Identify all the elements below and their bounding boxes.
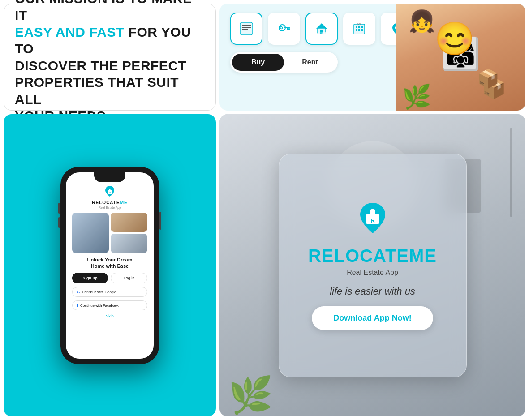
key-icon xyxy=(276,21,292,37)
svg-rect-2 xyxy=(242,27,251,28)
svg-rect-7 xyxy=(287,28,288,30)
phone-img-building xyxy=(72,213,109,253)
buy-rent-toggle[interactable]: Buy Rent xyxy=(230,52,338,73)
phone-app-name-highlight: ME xyxy=(120,200,128,205)
phone-notch xyxy=(94,172,125,182)
phone-property-images xyxy=(72,213,147,253)
plant-decoration: 🌿 xyxy=(228,374,273,416)
phone-app-name: RELOCATEME xyxy=(92,200,127,205)
key-icon-box[interactable] xyxy=(268,13,300,45)
phone-auth-row: Sign up Log in xyxy=(72,273,147,283)
family-emoji: 😊 xyxy=(434,20,475,58)
phone-logo-area: R RELOCATEME Real Estate App xyxy=(92,185,127,209)
phone-google-button[interactable]: G Continue with Google xyxy=(72,287,147,297)
svg-rect-15 xyxy=(358,26,360,28)
phone-login-button[interactable]: Log in xyxy=(111,273,147,283)
glass-card-subtitle: Real Estate App xyxy=(347,269,398,277)
svg-rect-19 xyxy=(361,29,363,31)
svg-point-8 xyxy=(280,27,283,29)
house-sale-icon-box[interactable]: FOR SALE xyxy=(305,13,338,45)
highlight-text: EASY AND FAST xyxy=(15,25,125,39)
rent-button[interactable]: Rent xyxy=(284,54,336,71)
svg-text:SOL: SOL xyxy=(357,23,361,26)
glass-card-tagline: life is easier with us xyxy=(330,286,415,297)
phone-app-sub: Real Estate App xyxy=(99,206,121,209)
building-icon: SOL xyxy=(351,21,367,37)
phone-signup-button[interactable]: Sign up xyxy=(72,273,108,283)
svg-rect-18 xyxy=(358,29,360,31)
facebook-label: Continue with Facebook xyxy=(80,304,119,308)
bottom-left-panel: R RELOCATEME Real Estate App Unlock Your… xyxy=(4,114,216,416)
svg-rect-14 xyxy=(356,26,357,28)
listings-icon xyxy=(238,21,254,37)
mission-text: OUR MISSION IS TO MAKE IT EASY AND FAST … xyxy=(15,0,205,124)
glass-app-name-main: RELOCATE xyxy=(308,246,409,266)
svg-text:R: R xyxy=(109,191,111,193)
family-image: 😊 👧 📦 🌿 xyxy=(396,4,525,111)
svg-rect-3 xyxy=(242,29,248,30)
top-left-panel: OUR MISSION IS TO MAKE IT EASY AND FAST … xyxy=(4,4,216,111)
house-sale-icon: FOR SALE xyxy=(314,21,330,37)
phone-skip-link[interactable]: Skip xyxy=(106,314,114,318)
svg-text:FOR SALE: FOR SALE xyxy=(315,31,328,34)
phone-power-btn xyxy=(159,212,161,230)
phone-img-interior xyxy=(111,234,147,253)
svg-rect-16 xyxy=(361,26,363,28)
facebook-icon: f xyxy=(77,303,78,308)
top-right-panel: FOR SALE SOL Buy Rent 😊 xyxy=(219,4,525,111)
phone-logo-svg: R xyxy=(103,185,117,199)
phone-img-house xyxy=(111,213,147,232)
svg-rect-5 xyxy=(284,27,290,28)
listings-icon-box[interactable] xyxy=(230,13,262,45)
phone-unlock-text: Unlock Your DreamHome with Ease xyxy=(87,257,132,270)
glass-card-logo-svg: R xyxy=(355,201,391,237)
download-app-button[interactable]: Download App Now! xyxy=(312,306,433,330)
google-icon: G xyxy=(77,290,80,294)
svg-rect-17 xyxy=(356,29,357,31)
svg-rect-0 xyxy=(240,22,253,35)
glass-card: R RELOCATEME Real Estate App life is eas… xyxy=(279,154,467,377)
glass-app-name-highlight: ME xyxy=(409,246,437,266)
google-label: Continue with Google xyxy=(82,290,116,294)
glass-card-app-name: RELOCATEME xyxy=(308,246,437,266)
buy-button[interactable]: Buy xyxy=(232,54,284,71)
phone-vol-up xyxy=(58,203,60,214)
phone-facebook-button[interactable]: f Continue with Facebook xyxy=(72,300,147,310)
svg-rect-6 xyxy=(288,28,290,30)
svg-marker-9 xyxy=(316,23,327,29)
svg-rect-26 xyxy=(370,209,375,217)
plant-emoji: 🌿 xyxy=(402,83,431,111)
phone-vol-down xyxy=(58,217,60,228)
box-emoji: 📦 xyxy=(482,77,506,100)
building-icon-box[interactable]: SOL xyxy=(343,13,375,45)
svg-text:R: R xyxy=(370,217,375,224)
bottom-right-panel: 🌿 R RELOCATEME Real Estate App life is e… xyxy=(219,114,525,416)
room-frame-right xyxy=(510,128,512,217)
child-emoji: 👧 xyxy=(409,9,435,34)
svg-rect-1 xyxy=(242,25,251,26)
phone-side-buttons xyxy=(58,203,60,228)
phone-mockup: R RELOCATEME Real Estate App Unlock Your… xyxy=(60,167,159,364)
phone-screen: R RELOCATEME Real Estate App Unlock Your… xyxy=(66,172,154,359)
